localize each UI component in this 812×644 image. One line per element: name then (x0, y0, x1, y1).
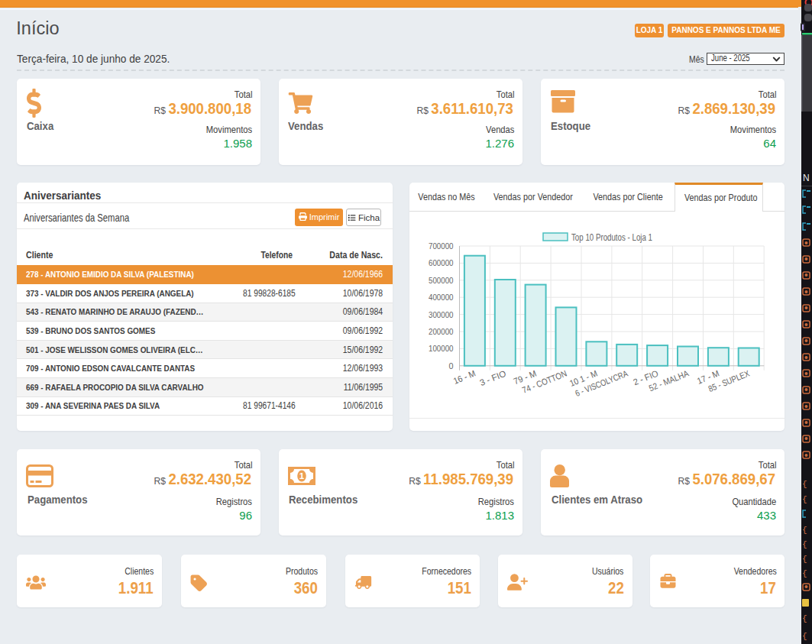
svg-text:{: { (802, 555, 807, 564)
svg-text:200000: 200000 (429, 327, 454, 336)
svg-text:3 - FIO: 3 - FIO (478, 369, 507, 388)
svg-text:100000: 100000 (429, 344, 454, 353)
svg-text:{: { (802, 540, 807, 549)
svg-text:N: N (803, 173, 810, 183)
svg-text:{: { (802, 526, 807, 535)
svg-text:{: { (802, 495, 807, 504)
svg-text:300000: 300000 (429, 310, 454, 319)
svg-text:0: 0 (449, 361, 454, 371)
svg-text:{: { (802, 569, 807, 578)
svg-text:16 - M: 16 - M (452, 369, 477, 386)
svg-text:1: 1 (299, 471, 305, 481)
svg-text:600000: 600000 (429, 258, 454, 267)
svg-text:{: { (802, 480, 807, 489)
svg-text:{: { (802, 632, 807, 641)
svg-text:{: { (802, 614, 807, 623)
svg-text:500000: 500000 (429, 276, 454, 285)
svg-text:700000: 700000 (429, 241, 454, 251)
svg-text:400000: 400000 (429, 293, 454, 302)
svg-text:Top 10 Produtos - Loja 1: Top 10 Produtos - Loja 1 (571, 232, 652, 243)
